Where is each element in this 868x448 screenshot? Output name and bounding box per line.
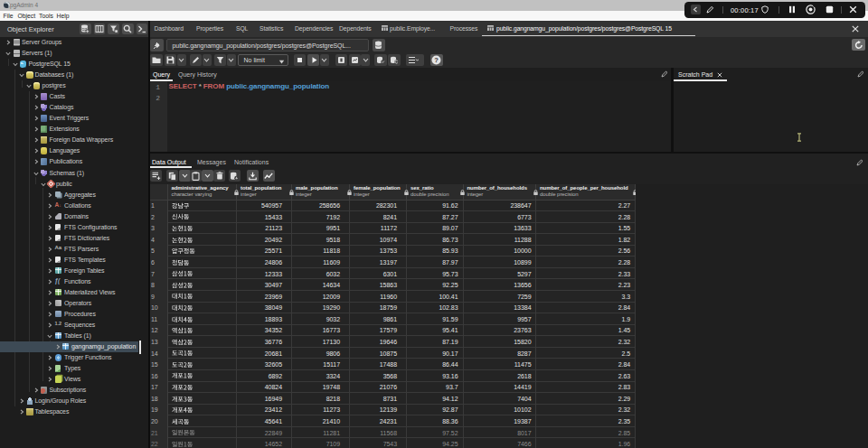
- svg-text:?: ?: [434, 56, 439, 64]
